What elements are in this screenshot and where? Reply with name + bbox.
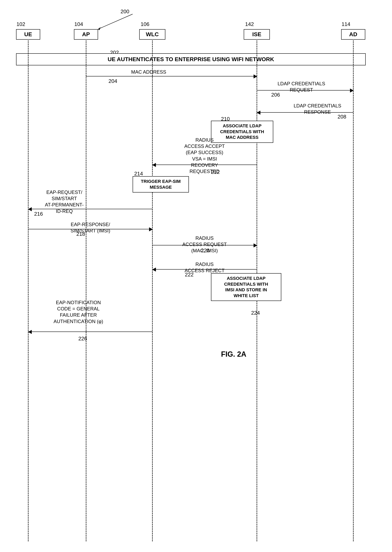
ref-114: 114 bbox=[342, 21, 350, 27]
msg-222-label: RADIUSACCESS REJECT bbox=[175, 261, 235, 274]
msg-218-label: EAP-RESPONSE/SIM/START (IMSI) bbox=[56, 221, 125, 234]
arrowhead-208 bbox=[257, 111, 260, 115]
ref-224: 224 bbox=[251, 310, 260, 316]
entity-AP: AP bbox=[74, 29, 98, 40]
ref-212: 212 bbox=[211, 169, 220, 175]
ref-214: 214 bbox=[134, 171, 143, 177]
entity-WLC: WLC bbox=[139, 29, 165, 40]
vline-UE bbox=[28, 40, 28, 541]
arrow-226 bbox=[28, 332, 152, 332]
arrowhead-218 bbox=[149, 227, 153, 231]
ref-106: 106 bbox=[141, 21, 149, 27]
svg-marker-1 bbox=[98, 27, 100, 30]
ref-206: 206 bbox=[271, 92, 280, 98]
ref-208: 208 bbox=[337, 114, 346, 120]
ref-222: 222 bbox=[185, 272, 194, 278]
msg-212-label: RADIUSACCESS ACCEPT(EAP SUCCESS)VSA = IM… bbox=[170, 137, 239, 174]
vline-AD bbox=[353, 40, 354, 541]
arrowhead-212 bbox=[152, 163, 156, 167]
arrowhead-206 bbox=[350, 88, 354, 93]
arrowhead-204 bbox=[253, 74, 257, 79]
entity-AD: AD bbox=[341, 29, 365, 40]
msg-216-label: EAP-REQUEST/SIM/STARTAT-PERMANENT-ID-REQ bbox=[32, 189, 97, 214]
ref-204: 204 bbox=[108, 78, 117, 84]
msg-206-label: LDAP CREDENTIALSREQUEST bbox=[271, 80, 331, 93]
process-214: TRIGGER EAP-SIMMESSAGE bbox=[133, 176, 189, 193]
svg-line-0 bbox=[98, 14, 133, 29]
vline-AP bbox=[86, 40, 86, 541]
banner: UE AUTHENTICATES TO ENTERPRISE USING WIF… bbox=[16, 53, 366, 65]
arrowhead-226 bbox=[28, 330, 32, 334]
ref-218: 218 bbox=[76, 231, 85, 237]
entity-ISE: ISE bbox=[244, 29, 270, 40]
fig-label: FIG. 2A bbox=[221, 350, 246, 358]
ref-104: 104 bbox=[74, 21, 83, 27]
ref-142: 142 bbox=[245, 21, 254, 27]
arrowhead-220 bbox=[253, 243, 257, 247]
process-224: ASSOCIATE LDAPCREDENTIALS WITHIMSI AND S… bbox=[211, 273, 281, 301]
entity-UE: UE bbox=[16, 29, 40, 40]
diagram-container: 200 102 104 106 142 114 UE AP WLC ISE AD… bbox=[0, 0, 392, 552]
ref-226: 226 bbox=[78, 335, 87, 342]
ref-220: 220 bbox=[201, 247, 210, 254]
vline-WLC bbox=[152, 40, 153, 541]
ref-102: 102 bbox=[16, 21, 25, 27]
ref-200: 200 bbox=[120, 8, 129, 15]
decorative-arrow-200 bbox=[0, 0, 392, 60]
arrow-204 bbox=[86, 76, 257, 76]
msg-204-label: MAC ADDRESS bbox=[120, 69, 177, 75]
msg-208-label: LDAP CREDENTIALSRESPONSE bbox=[287, 103, 348, 115]
arrowhead-216 bbox=[28, 207, 32, 211]
arrowhead-222 bbox=[152, 268, 156, 272]
msg-226-label: EAP-NOTIFICATIONCODE = GENERALFAILURE AF… bbox=[40, 299, 117, 325]
ref-216: 216 bbox=[34, 211, 43, 217]
